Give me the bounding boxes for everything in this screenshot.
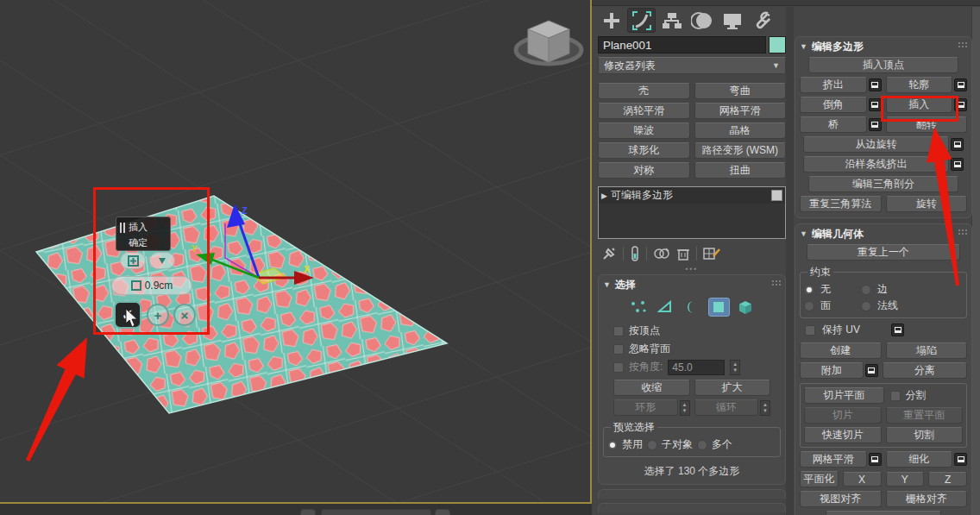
stack-item-editable-poly[interactable]: ▶ 可编辑多边形: [599, 187, 785, 204]
trackbar-next-button[interactable]: [435, 509, 450, 515]
modifier-button-noise[interactable]: 噪波: [598, 122, 690, 139]
make-planar-button[interactable]: 平面化: [800, 471, 839, 487]
preserve-uv-settings-button[interactable]: [891, 323, 904, 336]
attach-button[interactable]: 附加: [800, 362, 864, 379]
bevel-settings-button[interactable]: [869, 98, 882, 111]
constraint-face-radio[interactable]: [804, 301, 814, 311]
outline-settings-button[interactable]: [954, 79, 967, 91]
extrude-spline-settings-button[interactable]: [951, 158, 964, 171]
subobject-border-button[interactable]: [682, 298, 703, 317]
modifier-list-dropdown[interactable]: 修改器列表 ▼: [598, 57, 786, 74]
turn-button[interactable]: 旋转: [886, 196, 968, 212]
object-color-swatch[interactable]: [769, 36, 786, 53]
trackbar-prev-button[interactable]: [300, 509, 316, 515]
tab-modify[interactable]: [627, 8, 656, 33]
remove-modifier-trash-icon[interactable]: [676, 246, 690, 261]
modifier-button-meshsmooth[interactable]: 网格平滑: [694, 103, 787, 119]
edit-triangulation-button[interactable]: 编辑三角剖分: [808, 176, 958, 192]
ring-spinner[interactable]: ▲▼: [680, 400, 690, 416]
edit-polygons-header[interactable]: ▼ 编辑多边形: [800, 40, 967, 53]
subobject-polygon-button[interactable]: [708, 298, 730, 317]
selection-rollout-header[interactable]: ▼ 选择: [603, 278, 781, 292]
modifier-button-bend[interactable]: 弯曲: [694, 83, 787, 99]
subobject-edge-button[interactable]: [655, 298, 676, 317]
split-checkbox[interactable]: [890, 391, 901, 401]
object-name-field[interactable]: [598, 36, 766, 53]
view-align-button[interactable]: 视图对齐: [800, 491, 882, 507]
preview-disable-radio[interactable]: [607, 440, 618, 450]
trackbar-slider[interactable]: [321, 509, 431, 515]
preview-multiple-radio[interactable]: [697, 440, 707, 450]
create-button[interactable]: 创建: [800, 342, 882, 359]
slice-button[interactable]: 切片: [804, 407, 882, 424]
modifier-button-twist[interactable]: 扭曲: [694, 162, 787, 179]
retriangulate-button[interactable]: 重复三角算法: [800, 196, 882, 212]
show-end-result-icon[interactable]: [630, 246, 640, 261]
grid-align-button[interactable]: 栅格对齐: [886, 491, 968, 507]
modifier-button-pathdeform[interactable]: 路径变形 (WSM): [694, 142, 787, 159]
preserve-uv-checkbox[interactable]: [805, 325, 815, 336]
insert-vertex-button[interactable]: 插入顶点: [808, 57, 958, 73]
modifier-button-turbosmooth[interactable]: 涡轮平滑: [598, 103, 690, 119]
subobject-element-button[interactable]: [735, 298, 757, 317]
modifier-button-shell[interactable]: 壳: [598, 83, 690, 99]
panel-scroll-strip[interactable]: [971, 7, 980, 515]
planar-x-button[interactable]: X: [843, 472, 882, 487]
attach-settings-button[interactable]: [865, 364, 878, 377]
repeat-last-button[interactable]: 重复上一个: [807, 244, 960, 261]
tab-display[interactable]: [718, 8, 746, 33]
reset-plane-button[interactable]: 重置平面: [886, 407, 964, 424]
constraint-edge-radio[interactable]: [861, 285, 871, 295]
expand-arrow-icon[interactable]: ▶: [601, 192, 607, 200]
slice-plane-button[interactable]: 切片平面: [804, 387, 884, 404]
hinge-settings-button[interactable]: [951, 138, 964, 151]
bridge-button[interactable]: 桥: [800, 116, 867, 133]
extrude-button[interactable]: 挤出: [800, 77, 867, 93]
modifier-button-symmetry[interactable]: 对称: [598, 162, 690, 179]
extrude-settings-button[interactable]: [869, 79, 882, 91]
hinge-from-edge-button[interactable]: 从边旋转: [803, 136, 949, 153]
preview-subobject-radio[interactable]: [647, 440, 657, 450]
by-angle-value-field[interactable]: 45.0: [668, 360, 725, 375]
grow-button[interactable]: 扩大: [694, 380, 771, 396]
outline-button[interactable]: 轮廓: [886, 77, 953, 93]
tab-create[interactable]: [597, 8, 625, 33]
cut-button[interactable]: 切割: [886, 427, 964, 443]
extrude-along-spline-button[interactable]: 沿样条线挤出: [803, 156, 949, 173]
bridge-settings-button[interactable]: [869, 118, 882, 131]
planar-z-button[interactable]: Z: [928, 472, 967, 487]
ring-button[interactable]: 环形: [613, 399, 678, 416]
pin-stack-icon[interactable]: [601, 246, 617, 261]
quick-slice-button[interactable]: 快速切片: [804, 427, 882, 443]
tessellate-button[interactable]: 细化: [886, 451, 953, 468]
by-angle-spinner[interactable]: ▲▼: [730, 360, 740, 375]
tab-motion[interactable]: [688, 8, 716, 33]
bevel-button[interactable]: 倒角: [800, 97, 867, 113]
constraint-none-radio[interactable]: [804, 285, 814, 295]
detach-button[interactable]: 分离: [883, 362, 968, 379]
loop-spinner[interactable]: ▲▼: [760, 400, 770, 416]
by-angle-checkbox[interactable]: [613, 362, 624, 373]
modifier-button-spherify[interactable]: 球形化: [598, 142, 690, 159]
by-vertex-checkbox[interactable]: [613, 326, 624, 336]
constraint-normal-radio[interactable]: [861, 301, 871, 311]
stack-visibility-toggle[interactable]: [771, 190, 782, 201]
viewcube-cube[interactable]: [528, 21, 569, 62]
perspective-viewport[interactable]: Z X Y 插入 确定: [0, 0, 592, 504]
planar-y-button[interactable]: Y: [886, 472, 925, 487]
msmooth-settings-button[interactable]: [869, 453, 882, 466]
collapse-button[interactable]: 塌陷: [886, 342, 968, 359]
configure-modifier-sets-icon[interactable]: [703, 246, 720, 261]
rollout-splitter[interactable]: ▪▪▪: [598, 264, 786, 273]
viewcube[interactable]: [511, 9, 587, 76]
tab-utilities[interactable]: [748, 8, 776, 33]
tessellate-settings-button[interactable]: [954, 453, 967, 466]
modifier-button-lattice[interactable]: 晶格: [694, 122, 787, 139]
edit-geometry-header[interactable]: ▼ 编辑几何体: [800, 227, 967, 241]
msmooth-button[interactable]: 网格平滑: [800, 451, 867, 468]
make-unique-icon[interactable]: [653, 246, 670, 261]
panel-grip[interactable]: [592, 0, 980, 6]
shrink-button[interactable]: 收缩: [613, 380, 690, 396]
subobject-vertex-button[interactable]: [628, 298, 650, 317]
loop-button[interactable]: 循环: [694, 399, 759, 416]
